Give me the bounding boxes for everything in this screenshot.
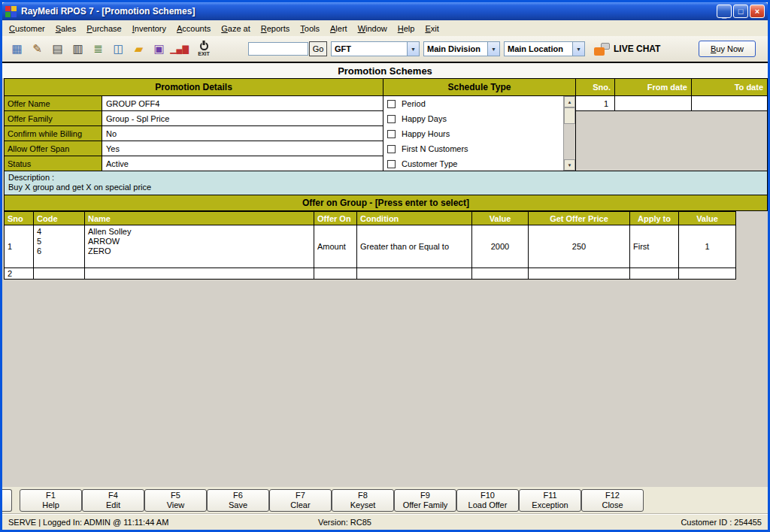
offer-table: Sno Code Name Offer On Condition Value G…	[4, 211, 736, 280]
checkbox-icon[interactable]	[387, 145, 396, 153]
row1-name[interactable]: Allen Solley ARROW ZERO	[85, 225, 314, 268]
checkbox-icon[interactable]	[387, 130, 396, 138]
cash-register-icon[interactable]: ▥	[68, 39, 88, 59]
row2-sno[interactable]: 2	[5, 268, 34, 279]
row1-value-2[interactable]: 1	[679, 225, 735, 268]
schedule-filler	[576, 110, 767, 171]
row1-apply-to[interactable]: First	[630, 225, 679, 268]
status-customer-id: Customer ID : 254455	[681, 518, 762, 527]
exit-button[interactable]: EXIT	[192, 42, 215, 56]
row1-get-offer-price[interactable]: 250	[529, 225, 630, 268]
search-input[interactable]	[248, 42, 308, 56]
schedule-option-first-n-customers[interactable]: First N Customers	[383, 141, 575, 156]
status-version: Version: RC85	[318, 518, 371, 527]
save-document-icon[interactable]: ✎	[27, 39, 47, 59]
allow-offer-span-value[interactable]: Yes	[102, 141, 383, 156]
company-select[interactable]: GFT ▼	[331, 41, 420, 56]
col-value: Value	[472, 212, 529, 225]
row1-condition[interactable]: Greater than or Equal to	[357, 225, 472, 268]
status-label: Status	[5, 156, 102, 171]
row2-value-2[interactable]	[679, 268, 735, 279]
f5-view-button[interactable]: F5View	[144, 489, 207, 512]
schedule-option-customer-type[interactable]: Customer Type	[383, 156, 575, 171]
printer-icon[interactable]: ▤	[47, 39, 68, 59]
scroll-thumb[interactable]	[564, 107, 575, 124]
status-value[interactable]: Active	[102, 156, 383, 171]
offer-family-label: Offer Family	[5, 110, 102, 125]
confirm-while-billing-value[interactable]: No	[102, 125, 383, 141]
menu-accounts[interactable]: Accounts	[171, 23, 216, 35]
row2-condition[interactable]	[357, 268, 472, 279]
menu-purchase[interactable]: Purchase	[81, 23, 126, 35]
menu-sales[interactable]: Sales	[50, 23, 82, 35]
row1-sno[interactable]: 1	[5, 225, 34, 268]
schedule-option-happy-hours[interactable]: Happy Hours	[383, 126, 575, 141]
schedule-sno-cell[interactable]: 1	[576, 95, 615, 110]
billing-icon[interactable]: ▦	[7, 39, 27, 59]
offer-on-group-header: Offer on Group - [Press enter to select]	[4, 195, 768, 211]
f12-close-button[interactable]: F12Close	[581, 489, 644, 512]
f6-save-button[interactable]: F6Save	[207, 489, 269, 512]
schedule-type-header: Schedule Type	[383, 79, 576, 95]
row1-value[interactable]: 2000	[472, 225, 529, 268]
checkbox-icon[interactable]	[387, 115, 396, 123]
live-chat-button[interactable]: LIVE CHAT	[594, 43, 660, 56]
f11-exception-button[interactable]: F11Exception	[519, 489, 581, 512]
go-button[interactable]: Go	[309, 41, 327, 56]
f8-keyset-button[interactable]: F8Keyset	[332, 489, 394, 512]
folder-icon[interactable]: ▰	[129, 39, 149, 59]
location-select[interactable]: Main Location ▼	[504, 41, 585, 56]
menu-alert[interactable]: Alert	[325, 23, 353, 35]
scroll-up-icon[interactable]: ▲	[564, 96, 575, 107]
row2-name[interactable]	[85, 268, 314, 279]
display-icon[interactable]: ▣	[149, 39, 169, 59]
menu-exit[interactable]: Exit	[420, 23, 444, 35]
menu-bar: Customer Sales Purchase Inventory Accoun…	[2, 20, 768, 36]
minimize-button[interactable]: _	[717, 5, 732, 18]
document-icon[interactable]: ≣	[88, 39, 108, 59]
row1-offer-on[interactable]: Amount	[314, 225, 357, 268]
checkbox-icon[interactable]	[387, 100, 396, 108]
f10-load-offer-button[interactable]: F10Load Offer	[456, 489, 519, 512]
f7-clear-button[interactable]: F7Clear	[269, 489, 332, 512]
buy-now-button[interactable]: Buy Now	[699, 41, 756, 57]
chevron-down-icon: ▼	[572, 42, 584, 56]
schedule-scrollbar[interactable]: ▲ ▼	[563, 96, 575, 171]
col-condition: Condition	[357, 212, 472, 225]
description-text: Buy X group and get X on special price	[8, 183, 763, 192]
description-label: Description :	[8, 173, 763, 183]
schedule-option-happy-days[interactable]: Happy Days	[383, 111, 575, 126]
close-button[interactable]: ×	[750, 5, 765, 18]
ledger-icon[interactable]: ◫	[108, 39, 129, 59]
row2-get-offer-price[interactable]	[529, 268, 630, 279]
row2-apply-to[interactable]	[630, 268, 679, 279]
division-select[interactable]: Main Division ▼	[423, 41, 500, 56]
menu-gaze-at[interactable]: Gaze at	[216, 23, 256, 35]
offer-name-value[interactable]: GROUP OFF4	[102, 95, 383, 110]
f9-offer-family-button[interactable]: F9Offer Family	[394, 489, 456, 512]
schedule-option-period[interactable]: Period	[383, 96, 575, 111]
row2-offer-on[interactable]	[314, 268, 357, 279]
row2-code[interactable]	[34, 268, 85, 279]
menu-customer[interactable]: Customer	[4, 23, 50, 35]
fkey-stub-button[interactable]	[2, 489, 12, 512]
col-get-offer-price: Get Offer Price	[529, 212, 630, 225]
row1-code[interactable]: 4 5 6	[34, 225, 85, 268]
offer-family-value[interactable]: Group - Spl Price	[102, 110, 383, 125]
menu-help[interactable]: Help	[393, 23, 420, 35]
menu-inventory[interactable]: Inventory	[127, 23, 171, 35]
checkbox-icon[interactable]	[387, 160, 396, 168]
col-code: Code	[34, 212, 85, 225]
maximize-button[interactable]: □	[733, 5, 748, 18]
schedule-to-date-cell[interactable]	[692, 95, 767, 110]
scroll-down-icon[interactable]: ▼	[564, 159, 575, 171]
menu-tools[interactable]: Tools	[295, 23, 325, 35]
chart-icon[interactable]: ▁▄▇	[169, 39, 189, 59]
f4-edit-button[interactable]: F4Edit	[82, 489, 144, 512]
row2-value[interactable]	[472, 268, 529, 279]
menu-window[interactable]: Window	[353, 23, 393, 35]
f1-help-button[interactable]: F1Help	[20, 489, 82, 512]
menu-reports[interactable]: Reports	[256, 23, 296, 35]
schedule-from-date-cell[interactable]	[615, 95, 692, 110]
main-content: Promotion Schemes Promotion Details Sche…	[2, 62, 768, 487]
